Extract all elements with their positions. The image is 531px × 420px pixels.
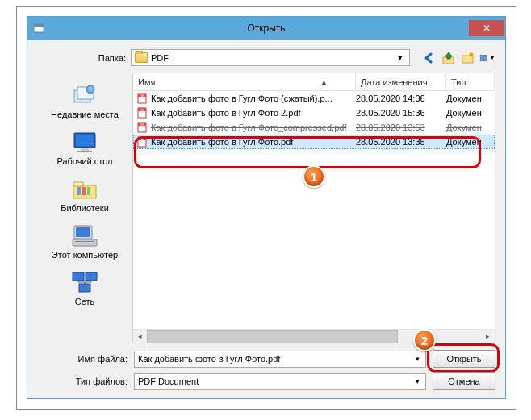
places-bar: Недавние места Рабочий стол Библиотеки — [37, 73, 132, 343]
scroll-thumb[interactable] — [147, 330, 398, 343]
svg-rect-5 — [480, 55, 483, 57]
place-label: Библиотеки — [61, 203, 109, 213]
horizontal-scrollbar[interactable]: ◂ ▸ — [133, 329, 495, 343]
place-desktop[interactable]: Рабочий стол — [37, 126, 132, 169]
column-name[interactable]: Имя▲ — [133, 73, 356, 90]
file-row[interactable]: PDFКак добавить фото в Гугл Фото 2.pdf28… — [133, 106, 495, 120]
svg-rect-13 — [76, 135, 94, 146]
svg-rect-17 — [73, 182, 83, 186]
file-name: Как добавить фото в Гугл Фото_compressed… — [151, 123, 356, 132]
network-icon — [69, 269, 100, 295]
file-type: Докумен — [446, 137, 495, 147]
app-icon — [32, 22, 45, 35]
svg-text:PDF: PDF — [140, 123, 144, 127]
titlebar: Открыть ✕ — [27, 17, 505, 40]
folder-row: Папка: PDF ▾ ▼ — [37, 46, 495, 73]
column-type[interactable]: Тип — [446, 73, 495, 90]
place-label: Рабочий стол — [56, 156, 112, 166]
place-libraries[interactable]: Библиотеки — [37, 173, 132, 216]
file-date: 28.05.2020 13:35 — [356, 137, 446, 147]
pdf-icon: PDF — [136, 107, 148, 119]
svg-rect-25 — [73, 272, 84, 281]
file-name: Как добавить фото в Гугл Фото 2.pdf — [151, 108, 356, 118]
main-area: Недавние места Рабочий стол Библиотеки — [37, 73, 495, 343]
file-date: 28.05.2020 13:53 — [356, 123, 446, 132]
svg-rect-6 — [484, 55, 487, 57]
close-icon: ✕ — [483, 23, 491, 34]
filename-input[interactable]: Как добавить фото в Гугл Фото.pdf ▾ — [134, 351, 426, 368]
svg-rect-14 — [81, 148, 89, 151]
svg-rect-27 — [79, 284, 90, 292]
recent-places-icon — [69, 82, 100, 108]
filter-select[interactable]: PDF Document ▾ — [134, 373, 426, 390]
scroll-right-button[interactable]: ▸ — [481, 330, 495, 343]
desktop-icon — [69, 129, 100, 155]
scroll-left-button[interactable]: ◂ — [133, 330, 147, 343]
open-dialog-window: Открыть ✕ Папка: PDF ▾ — [27, 16, 506, 399]
filter-label: Тип файлов: — [37, 376, 128, 386]
column-headers: Имя▲ Дата изменения Тип — [133, 73, 495, 91]
filter-row: Тип файлов: PDF Document ▾ Отмена — [37, 372, 495, 390]
svg-rect-8 — [484, 58, 487, 60]
svg-rect-23 — [73, 239, 97, 246]
toolbar: ▼ — [421, 50, 495, 66]
file-date: 28.05.2020 14:06 — [356, 94, 446, 103]
place-network[interactable]: Сеть — [37, 266, 132, 310]
file-name: Как добавить фото в Гугл Фото.pdf — [151, 137, 356, 147]
svg-text:PDF: PDF — [140, 138, 144, 141]
svg-rect-1 — [34, 24, 44, 27]
file-row[interactable]: PDFКак добавить фото в Гугл Фото_compres… — [133, 120, 495, 135]
folder-current: PDF — [151, 53, 169, 63]
dialog-body: Папка: PDF ▾ ▼ — [27, 40, 505, 398]
place-recent[interactable]: Недавние места — [37, 79, 132, 123]
file-list: Имя▲ Дата изменения Тип PDFКак добавить … — [132, 73, 495, 343]
open-button[interactable]: Открыть — [433, 350, 495, 368]
views-button[interactable]: ▼ — [479, 50, 495, 66]
up-one-level-button[interactable] — [441, 50, 457, 66]
bottom-panel: Имя файла: Как добавить фото в Гугл Фото… — [37, 350, 495, 390]
chevron-down-icon: ▼ — [489, 54, 495, 61]
svg-rect-7 — [480, 58, 483, 60]
filename-row: Имя файла: Как добавить фото в Гугл Фото… — [37, 350, 495, 368]
folder-label: Папка: — [37, 53, 126, 63]
place-computer[interactable]: Этот компьютер — [37, 219, 132, 263]
file-rows: PDFКак добавить фото в Гугл Фото (сжатый… — [133, 91, 495, 329]
svg-rect-19 — [82, 187, 86, 195]
file-row[interactable]: PDFКак добавить фото в Гугл Фото.pdf28.0… — [133, 135, 495, 149]
scroll-track[interactable] — [147, 330, 481, 343]
column-date[interactable]: Дата изменения — [356, 73, 446, 90]
folder-select[interactable]: PDF ▾ — [131, 49, 410, 66]
chevron-down-icon[interactable]: ▾ — [394, 50, 406, 65]
file-date: 28.05.2020 15:36 — [356, 108, 446, 118]
chevron-down-icon[interactable]: ▾ — [411, 375, 424, 389]
svg-text:PDF: PDF — [140, 94, 144, 98]
file-name: Как добавить фото в Гугл Фото (сжатый).p… — [151, 94, 356, 103]
svg-text:PDF: PDF — [140, 109, 144, 112]
file-type: Докумен — [446, 108, 495, 118]
cancel-button[interactable]: Отмена — [433, 372, 495, 390]
file-row[interactable]: PDFКак добавить фото в Гугл Фото (сжатый… — [133, 91, 495, 106]
svg-rect-26 — [86, 272, 97, 281]
place-label: Сеть — [75, 297, 94, 306]
place-label: Недавние места — [51, 110, 119, 119]
close-button[interactable]: ✕ — [469, 20, 504, 36]
place-label: Этот компьютер — [52, 250, 118, 260]
svg-rect-18 — [77, 187, 81, 195]
window-title: Открыть — [247, 23, 285, 34]
computer-icon — [69, 222, 100, 248]
file-type: Докумен — [446, 94, 495, 103]
back-button[interactable] — [421, 50, 437, 66]
annotation-callout-1: 1 — [303, 165, 325, 188]
libraries-icon — [69, 176, 100, 202]
svg-rect-24 — [75, 241, 94, 242]
pdf-icon: PDF — [136, 93, 148, 104]
new-folder-button[interactable] — [460, 50, 476, 66]
pdf-icon: PDF — [136, 136, 148, 148]
svg-rect-15 — [77, 151, 92, 152]
file-type: Докумен — [446, 123, 495, 132]
svg-rect-22 — [76, 227, 90, 237]
chevron-down-icon[interactable]: ▾ — [411, 352, 424, 366]
pdf-icon: PDF — [136, 122, 148, 133]
svg-rect-20 — [87, 187, 90, 195]
sort-asc-icon: ▲ — [320, 78, 328, 86]
